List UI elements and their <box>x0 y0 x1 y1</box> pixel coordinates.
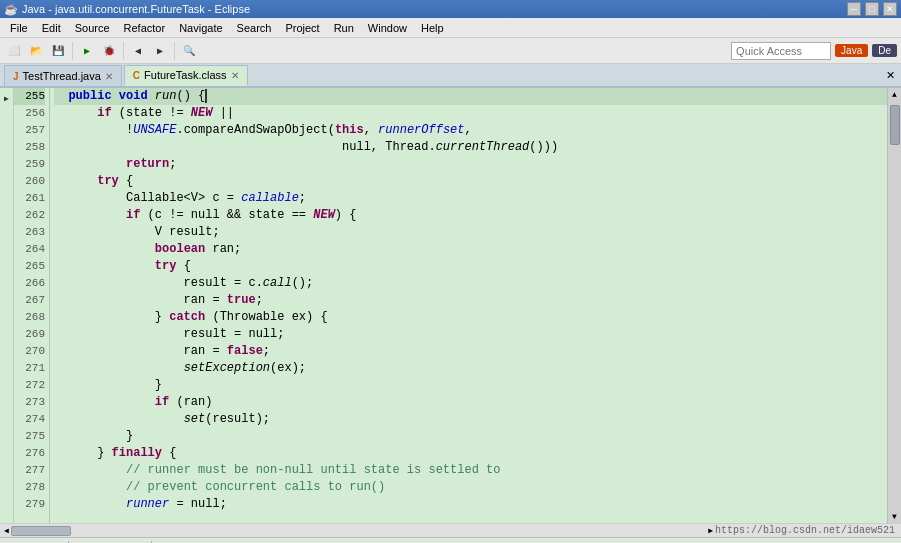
code-line-274[interactable]: set(result); <box>54 411 887 428</box>
java-perspective-badge[interactable]: Java <box>835 44 868 57</box>
line-276: 276 <box>14 445 45 462</box>
open-button[interactable]: 📂 <box>26 41 46 61</box>
line-260: 260 <box>14 173 45 190</box>
code-line-276[interactable]: } finally { <box>54 445 887 462</box>
line-264: 264 <box>14 241 45 258</box>
tab-testthread-close[interactable]: ✕ <box>105 71 113 82</box>
line-number-gutter: 255 256 257 258 259 260 261 262 263 264 … <box>14 88 50 523</box>
tabbar: J TestThread.java ✕ C FutureTask.class ✕… <box>0 64 901 88</box>
run-button[interactable]: ▶ <box>77 41 97 61</box>
close-button[interactable]: ✕ <box>883 2 897 16</box>
code-line-259[interactable]: return; <box>54 156 887 173</box>
line-255: 255 <box>14 88 45 105</box>
quick-access-input[interactable] <box>731 42 831 60</box>
line-267: 267 <box>14 292 45 309</box>
horizontal-scrollbar[interactable]: ◀ ▶ https://blog.csdn.net/idaew521 <box>0 523 901 537</box>
tab-testthread-label: TestThread.java <box>23 70 101 82</box>
line-265: 265 <box>14 258 45 275</box>
annotation-arrow: ▶ <box>4 90 9 107</box>
code-line-270[interactable]: ran = false; <box>54 343 887 360</box>
tab-futuretask[interactable]: C FutureTask.class ✕ <box>124 65 248 86</box>
editor-main: ▶ 255 256 257 258 259 260 261 262 263 26… <box>0 88 901 523</box>
titlebar: ☕ Java - java.util.concurrent.FutureTask… <box>0 0 901 18</box>
save-button[interactable]: 💾 <box>48 41 68 61</box>
close-editor-button[interactable]: ✕ <box>880 69 901 82</box>
line-258: 258 <box>14 139 45 156</box>
code-line-265[interactable]: try { <box>54 258 887 275</box>
line-275: 275 <box>14 428 45 445</box>
menu-project[interactable]: Project <box>279 20 325 36</box>
scrollbar-down-arrow[interactable]: ▼ <box>890 510 899 523</box>
code-line-257[interactable]: !UNSAFE.compareAndSwapObject(this, runne… <box>54 122 887 139</box>
menu-file[interactable]: File <box>4 20 34 36</box>
hscroll-right-arrow[interactable]: ▶ <box>706 526 715 535</box>
code-line-267[interactable]: ran = true; <box>54 292 887 309</box>
menu-navigate[interactable]: Navigate <box>173 20 228 36</box>
watermark: https://blog.csdn.net/idaew521 <box>715 525 895 536</box>
forward-button[interactable]: ▶ <box>150 41 170 61</box>
code-line-279[interactable]: runner = null; <box>54 496 887 513</box>
line-259: 259 <box>14 156 45 173</box>
line-262: 262 <box>14 207 45 224</box>
line-279: 279 <box>14 496 45 513</box>
debug-button[interactable]: 🐞 <box>99 41 119 61</box>
code-line-256[interactable]: if (state != NEW || <box>54 105 887 122</box>
titlebar-text: Java - java.util.concurrent.FutureTask -… <box>22 3 250 15</box>
line-274: 274 <box>14 411 45 428</box>
statusbar: Read-Only Smart Insert 255 : 24 <box>0 537 901 543</box>
code-line-273[interactable]: if (ran) <box>54 394 887 411</box>
code-line-271[interactable]: setException(ex); <box>54 360 887 377</box>
line-273: 273 <box>14 394 45 411</box>
code-line-260[interactable]: try { <box>54 173 887 190</box>
code-line-261[interactable]: Callable<V> c = callable; <box>54 190 887 207</box>
new-button[interactable]: ⬜ <box>4 41 24 61</box>
line-268: 268 <box>14 309 45 326</box>
code-line-269[interactable]: result = null; <box>54 326 887 343</box>
line-270: 270 <box>14 343 45 360</box>
code-line-275[interactable]: } <box>54 428 887 445</box>
code-line-262[interactable]: if (c != null && state == NEW) { <box>54 207 887 224</box>
menu-source[interactable]: Source <box>69 20 116 36</box>
scrollbar-up-arrow[interactable]: ▲ <box>890 88 899 101</box>
debug-perspective-badge[interactable]: De <box>872 44 897 57</box>
code-line-278[interactable]: // prevent concurrent calls to run() <box>54 479 887 496</box>
class-file-icon: C <box>133 70 140 81</box>
back-button[interactable]: ◀ <box>128 41 148 61</box>
menu-edit[interactable]: Edit <box>36 20 67 36</box>
tab-futuretask-close[interactable]: ✕ <box>231 70 239 81</box>
left-annotation-strip: ▶ <box>0 88 14 523</box>
code-line-264[interactable]: boolean ran; <box>54 241 887 258</box>
quick-access-area: Java De <box>731 42 897 60</box>
line-257: 257 <box>14 122 45 139</box>
line-271: 271 <box>14 360 45 377</box>
menu-run[interactable]: Run <box>328 20 360 36</box>
tab-futuretask-label: FutureTask.class <box>144 69 227 81</box>
line-266: 266 <box>14 275 45 292</box>
vertical-scrollbar[interactable]: ▲ ▼ <box>887 88 901 523</box>
hscrollbar-thumb[interactable] <box>11 526 71 536</box>
code-line-263[interactable]: V result; <box>54 224 887 241</box>
tab-testthread[interactable]: J TestThread.java ✕ <box>4 65 122 86</box>
menu-search[interactable]: Search <box>231 20 278 36</box>
code-line-258[interactable]: null, Thread.currentThread())) <box>54 139 887 156</box>
line-277: 277 <box>14 462 45 479</box>
line-263: 263 <box>14 224 45 241</box>
code-line-268[interactable]: } catch (Throwable ex) { <box>54 309 887 326</box>
menubar: File Edit Source Refactor Navigate Searc… <box>0 18 901 38</box>
maximize-button[interactable]: □ <box>865 2 879 16</box>
code-line-272[interactable]: } <box>54 377 887 394</box>
code-line-266[interactable]: result = c.call(); <box>54 275 887 292</box>
line-272: 272 <box>14 377 45 394</box>
code-line-255[interactable]: public void run() { <box>54 88 887 105</box>
search-button[interactable]: 🔍 <box>179 41 199 61</box>
java-file-icon: J <box>13 71 19 82</box>
hscroll-left-arrow[interactable]: ◀ <box>2 526 11 535</box>
menu-refactor[interactable]: Refactor <box>118 20 172 36</box>
minimize-button[interactable]: ─ <box>847 2 861 16</box>
code-line-277[interactable]: // runner must be non-null until state i… <box>54 462 887 479</box>
scrollbar-thumb[interactable] <box>890 105 900 145</box>
code-editor[interactable]: public void run() { if (state != NEW || … <box>50 88 887 523</box>
line-269: 269 <box>14 326 45 343</box>
menu-window[interactable]: Window <box>362 20 413 36</box>
menu-help[interactable]: Help <box>415 20 450 36</box>
